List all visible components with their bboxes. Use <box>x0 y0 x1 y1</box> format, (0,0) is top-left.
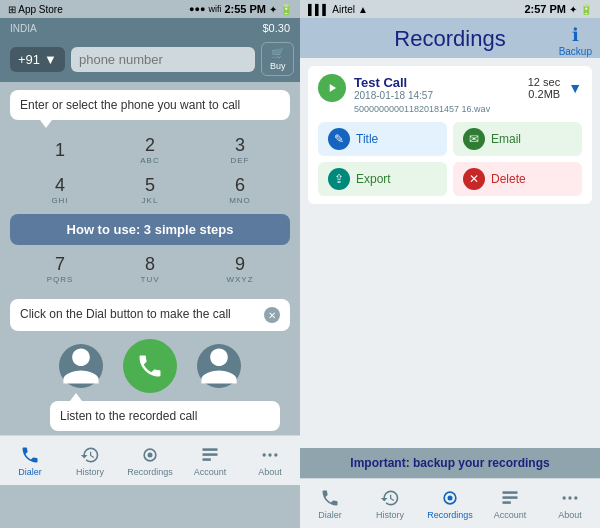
nav-about-label-left: About <box>258 467 282 477</box>
dropdown-icon: ▼ <box>44 52 57 67</box>
nav-about-right[interactable]: About <box>540 479 600 528</box>
nav-history-label-left: History <box>76 467 104 477</box>
nav-account-right[interactable]: Account <box>480 479 540 528</box>
svg-point-5 <box>263 453 266 456</box>
recording-meta: Test Call 2018-01-18 14:57 <box>354 75 520 101</box>
right-panel: ▌▌▌ Airtel ▲ 2:57 PM ✦ 🔋 Recordings ℹ Ba… <box>300 0 600 528</box>
recording-stats: 12 sec 0.2MB <box>528 76 560 100</box>
app-store-label: ⊞ App Store <box>8 4 63 15</box>
dialpad-row-1: 1 2ABC 3DEF <box>0 130 300 170</box>
dial-key-8[interactable]: 8TUV <box>105 249 195 289</box>
nav-history-label-right: History <box>376 510 404 520</box>
person-button[interactable] <box>197 344 241 388</box>
dial-key-7[interactable]: 7PQRS <box>15 249 105 289</box>
backup-button[interactable]: ℹ Backup <box>559 24 592 57</box>
signal-bars-right: ▌▌▌ <box>308 4 329 15</box>
dial-key-2[interactable]: 2ABC <box>105 130 195 170</box>
nav-about-left[interactable]: About <box>240 436 300 485</box>
how-to-text: How to use: 3 simple steps <box>67 222 234 237</box>
tooltip-close-button[interactable]: ✕ <box>264 307 280 323</box>
bluetooth-icon-right: ✦ <box>569 4 577 15</box>
svg-point-13 <box>563 496 566 499</box>
recording-actions: ✎ Title ✉ Email ⇪ Export ✕ Delete <box>318 122 582 196</box>
nav-recordings-left[interactable]: Recordings <box>120 436 180 485</box>
title-action-label: Title <box>356 132 378 146</box>
play-button[interactable] <box>318 74 346 102</box>
contacts-button[interactable] <box>59 344 103 388</box>
dialpad-row-2: 4GHI 5JKL 6MNO <box>0 170 300 210</box>
svg-rect-2 <box>203 448 218 451</box>
nav-recordings-label-left: Recordings <box>127 467 173 477</box>
dial-call-button[interactable] <box>123 339 177 393</box>
account-icon-right <box>500 488 520 508</box>
phone-icon-right <box>320 488 340 508</box>
export-action-label: Export <box>356 172 391 186</box>
time-right: 2:57 PM <box>524 3 566 15</box>
more-icon-right <box>560 488 580 508</box>
delete-action-button[interactable]: ✕ Delete <box>453 162 582 196</box>
dial-action-row <box>0 335 300 399</box>
battery-icon-left: 🔋 <box>280 4 292 15</box>
recordings-title: Recordings <box>394 26 505 52</box>
tooltip3-text: Listen to the recorded call <box>60 409 197 423</box>
country-code-label: +91 <box>18 52 40 67</box>
dialpad: 1 2ABC 3DEF 4GHI 5JKL 6MNO How to use: 3… <box>0 126 300 293</box>
phone-input-row: +91 ▼ 🛒 Buy <box>0 38 300 82</box>
bottom-nav-left: Dialer History Recordings Account About <box>0 435 300 485</box>
svg-rect-12 <box>503 501 511 504</box>
signal-icon: ●●● <box>189 4 205 14</box>
recordings-list: Test Call 2018-01-18 14:57 12 sec 0.2MB … <box>300 58 600 448</box>
svg-point-0 <box>148 452 153 457</box>
svg-point-6 <box>268 453 271 456</box>
recording-size: 0.2MB <box>528 88 560 100</box>
delete-action-label: Delete <box>491 172 526 186</box>
carrier-label-right: Airtel <box>332 4 355 15</box>
status-bar-left: ⊞ App Store ●●● wifi 2:55 PM ✦ 🔋 <box>0 0 300 18</box>
dial-key-4[interactable]: 4GHI <box>15 170 105 210</box>
recording-item-header: Test Call 2018-01-18 14:57 12 sec 0.2MB … <box>318 74 582 102</box>
tooltip-listen: Listen to the recorded call <box>50 401 280 431</box>
status-bar-right: ▌▌▌ Airtel ▲ 2:57 PM ✦ 🔋 <box>300 0 600 18</box>
svg-rect-11 <box>503 496 518 499</box>
email-icon: ✉ <box>463 128 485 150</box>
phone-input[interactable] <box>71 47 255 72</box>
cart-icon: 🛒 <box>271 47 285 60</box>
history-icon <box>80 445 100 465</box>
nav-dialer-left[interactable]: Dialer <box>0 436 60 485</box>
nav-account-label-left: Account <box>194 467 227 477</box>
country-code-button[interactable]: +91 ▼ <box>10 47 65 72</box>
nav-dialer-right[interactable]: Dialer <box>300 479 360 528</box>
price-label: $0.30 <box>262 22 290 34</box>
nav-history-right[interactable]: History <box>360 479 420 528</box>
buy-button[interactable]: 🛒 Buy <box>261 42 295 76</box>
tooltip-enter-phone: Enter or select the phone you want to ca… <box>10 90 290 120</box>
backup-label: Backup <box>559 46 592 57</box>
dial-key-3[interactable]: 3DEF <box>195 130 285 170</box>
title-action-button[interactable]: ✎ Title <box>318 122 447 156</box>
email-action-label: Email <box>491 132 521 146</box>
dial-key-9[interactable]: 9WXYZ <box>195 249 285 289</box>
bottom-nav-right: Dialer History Recordings Account About <box>300 478 600 528</box>
expand-icon[interactable]: ▼ <box>568 80 582 96</box>
nav-account-left[interactable]: Account <box>180 436 240 485</box>
tooltip-dial-button: Click on the Dial button to make the cal… <box>10 299 290 331</box>
dial-key-1[interactable]: 1 <box>15 130 105 170</box>
backup-bar: Important: backup your recordings <box>300 448 600 478</box>
nav-recordings-right[interactable]: Recordings <box>420 479 480 528</box>
backup-bar-text: Important: backup your recordings <box>350 456 549 470</box>
nav-history-left[interactable]: History <box>60 436 120 485</box>
left-panel: ⊞ App Store ●●● wifi 2:55 PM ✦ 🔋 INDIA $… <box>0 0 300 528</box>
recordings-icon-left <box>140 445 160 465</box>
nav-dialer-label-left: Dialer <box>18 467 42 477</box>
recordings-icon-right <box>440 488 460 508</box>
dial-key-6[interactable]: 6MNO <box>195 170 285 210</box>
svg-rect-3 <box>203 453 218 456</box>
phone-icon <box>20 445 40 465</box>
recordings-header: Recordings ℹ Backup <box>300 18 600 58</box>
export-action-button[interactable]: ⇪ Export <box>318 162 447 196</box>
nav-about-label-right: About <box>558 510 582 520</box>
dial-key-5[interactable]: 5JKL <box>105 170 195 210</box>
nav-recordings-label-right: Recordings <box>427 510 473 520</box>
play-icon <box>325 81 339 95</box>
email-action-button[interactable]: ✉ Email <box>453 122 582 156</box>
